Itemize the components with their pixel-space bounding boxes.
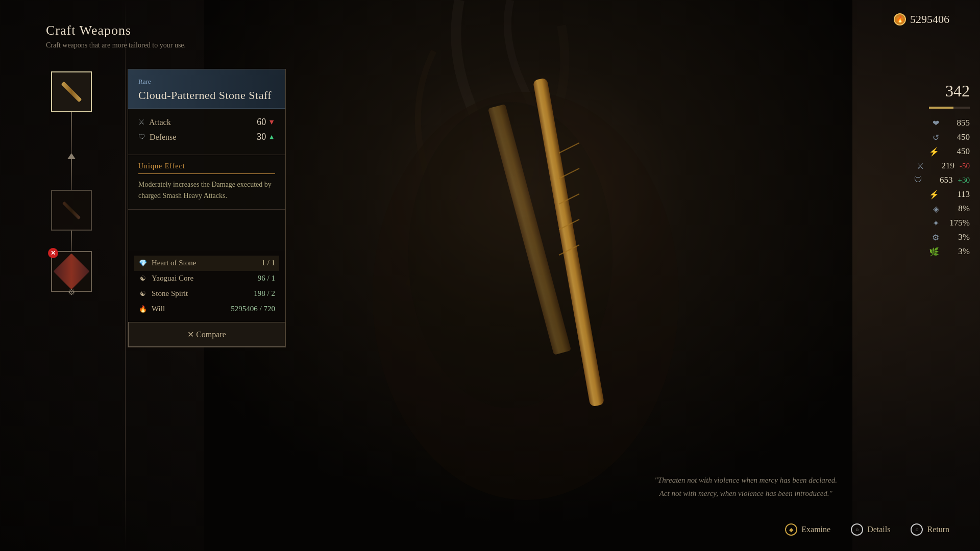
defense-value: 30 ▲ — [257, 132, 275, 142]
weapon-slot-2[interactable] — [51, 190, 92, 231]
details-btn-circle: ○ — [851, 523, 863, 536]
defense-diff: +30 — [958, 176, 970, 185]
weapon-slot-inner-3 — [56, 256, 87, 287]
weapon-slot-inner-1 — [56, 77, 87, 107]
return-btn-circle: ○ — [911, 523, 923, 536]
material-row-2: ☯ Stone Spirit 198 / 2 — [138, 286, 275, 302]
defense-icon: 🛡 — [138, 133, 145, 141]
crit2-icon: ⚙ — [932, 233, 939, 242]
speed-icon: ⚡ — [929, 190, 939, 199]
panel-header: Rare Cloud-Patterned Stone Staff — [128, 69, 285, 109]
stamina-stat-line: ↺ 450 — [933, 132, 970, 142]
material-count-0: 1 / 1 — [261, 259, 275, 267]
rarity-label: Rare — [138, 78, 275, 86]
material-icon-2: ☯ — [138, 289, 148, 298]
attack-value: 60 ▼ — [257, 117, 275, 128]
material-count-3: 5295406 / 720 — [231, 305, 275, 313]
examine-btn-circle: ◆ — [785, 523, 797, 536]
details-button[interactable]: ○ Details — [851, 523, 890, 536]
stamina-value: 450 — [944, 132, 970, 142]
mana-stat-line: ⚡ 450 — [929, 146, 970, 157]
quote-line-2: Act not with mercy, when violence has be… — [655, 487, 837, 500]
currency-value: 5295406 — [910, 13, 949, 26]
examine-button[interactable]: ◆ Examine — [785, 523, 830, 536]
attack-icon: ⚔ — [138, 118, 145, 127]
materials-section: 💎 Heart of Stone 1 / 1 ☯ Yaoguai Core 96… — [128, 251, 285, 322]
material-label-2: Stone Spirit — [152, 289, 188, 298]
weapon-slot-3[interactable]: ✕ ⚙ — [51, 251, 92, 292]
unique-effect-label: Unique Effect — [138, 162, 275, 174]
material-icon-0: 💎 — [138, 259, 148, 268]
weapon-icon-1 — [61, 81, 82, 102]
connector-3 — [71, 231, 72, 251]
title-section: Craft Weapons Craft weapons that are mor… — [46, 23, 186, 49]
page-subtitle: Craft weapons that are more tailored to … — [46, 41, 186, 49]
crit2-stat-line: ⚙ 3% — [932, 232, 970, 242]
dodge-stat-line: ◈ 8% — [933, 204, 970, 214]
dodge-value: 8% — [944, 204, 970, 214]
resist-stat-line: 🌿 3% — [929, 246, 970, 257]
material-row-3: 🔥 Will 5295406 / 720 — [138, 302, 275, 317]
crit2-value: 3% — [944, 232, 970, 242]
level-bar-fill — [929, 107, 953, 109]
crit-value: 175% — [944, 218, 970, 228]
attack-label: ⚔ Attack — [138, 118, 171, 127]
speed-value: 113 — [944, 189, 970, 199]
craft-icon: ⚙ — [68, 287, 75, 297]
hp-value: 855 — [944, 118, 970, 128]
defense-right-icon: 🛡 — [914, 176, 922, 185]
stamina-icon: ↺ — [933, 133, 939, 142]
attack-stat-line: ⚔ 219 -50 — [917, 161, 970, 171]
defense-label: 🛡 Defense — [138, 133, 176, 142]
attack-right-icon: ⚔ — [917, 161, 924, 171]
details-label: Details — [867, 525, 890, 534]
attack-stat-row: ⚔ Attack 60 ▼ — [138, 117, 275, 128]
material-label-0: Heart of Stone — [152, 259, 196, 267]
defense-stat-line-right: 🛡 653 +30 — [914, 175, 970, 185]
resist-value: 3% — [944, 246, 970, 257]
currency-display: 🔥 5295406 — [894, 13, 949, 26]
weapon-name: Cloud-Patterned Stone Staff — [138, 89, 275, 102]
weapon-column: ✕ ⚙ — [51, 71, 92, 292]
examine-label: Examine — [801, 525, 830, 534]
level-bar — [929, 107, 970, 109]
weapon-panel: Rare Cloud-Patterned Stone Staff ⚔ Attac… — [128, 69, 286, 347]
material-name-2: ☯ Stone Spirit — [138, 289, 188, 298]
hp-icon: ❤ — [933, 118, 939, 128]
currency-icon: 🔥 — [894, 13, 906, 26]
stats-section: ⚔ Attack 60 ▼ 🛡 Defense 30 ▲ — [128, 109, 285, 155]
page-title: Craft Weapons — [46, 23, 186, 38]
panel-spacer — [128, 210, 285, 251]
quote-section: "Threaten not with violence when mercy h… — [655, 474, 837, 500]
material-name-1: ☯ Yaoguai Core — [138, 274, 193, 283]
unique-effect-section: Unique Effect Moderately increases the D… — [128, 155, 285, 210]
background-art — [204, 0, 852, 551]
material-rows-container: 💎 Heart of Stone 1 / 1 ☯ Yaoguai Core 96… — [138, 256, 275, 317]
return-label: Return — [927, 525, 949, 534]
crit-stat-line: ✦ 175% — [933, 218, 970, 228]
craft-badge: ✕ — [48, 248, 58, 258]
material-count-1: 96 / 1 — [258, 274, 275, 283]
material-count-2: 198 / 2 — [254, 289, 275, 298]
connector-1 — [71, 112, 72, 153]
defense-trend-icon: ▲ — [268, 133, 275, 141]
connector-2 — [71, 159, 72, 190]
bottom-actions: ◆ Examine ○ Details ○ Return — [785, 523, 949, 536]
material-name-0: 💎 Heart of Stone — [138, 259, 196, 268]
material-name-3: 🔥 Will — [138, 305, 165, 314]
material-row-0: 💎 Heart of Stone 1 / 1 — [134, 256, 279, 271]
weapon-icon-3 — [54, 254, 90, 290]
material-label-3: Will — [152, 305, 165, 313]
unique-effect-text: Moderately increases the Damage executed… — [138, 179, 275, 202]
speed-stat-line: ⚡ 113 — [929, 189, 970, 199]
weapon-slot-selected[interactable] — [51, 71, 92, 112]
defense-right-value: 653 — [927, 175, 953, 185]
connector-arrow-1 — [67, 153, 76, 159]
weapon-icon-2 — [62, 201, 81, 219]
material-row-1: ☯ Yaoguai Core 96 / 1 — [138, 271, 275, 286]
mana-value: 450 — [944, 146, 970, 157]
return-button[interactable]: ○ Return — [911, 523, 949, 536]
compare-button[interactable]: ✕ Compare — [128, 322, 285, 347]
defense-stat-row: 🛡 Defense 30 ▲ — [138, 132, 275, 142]
material-icon-1: ☯ — [138, 274, 148, 283]
